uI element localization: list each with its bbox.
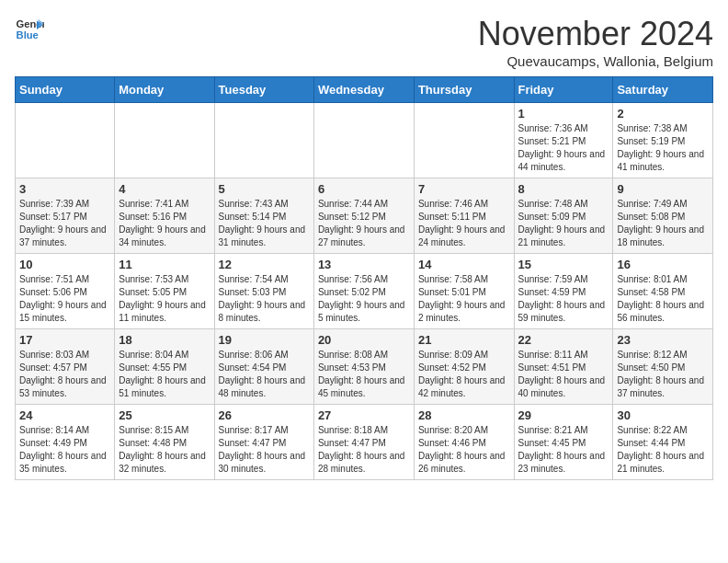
cell-week4-day1: 18Sunrise: 8:04 AM Sunset: 4:55 PM Dayli… (115, 329, 214, 405)
cell-week3-day6: 16Sunrise: 8:01 AM Sunset: 4:58 PM Dayli… (613, 254, 713, 329)
week-row-5: 24Sunrise: 8:14 AM Sunset: 4:49 PM Dayli… (16, 405, 713, 480)
cell-week3-day4: 14Sunrise: 7:58 AM Sunset: 5:01 PM Dayli… (414, 254, 514, 329)
day-info: Sunrise: 7:39 AM Sunset: 5:17 PM Dayligh… (19, 198, 110, 249)
week-row-2: 3Sunrise: 7:39 AM Sunset: 5:17 PM Daylig… (16, 178, 713, 254)
day-info: Sunrise: 8:17 AM Sunset: 4:47 PM Dayligh… (219, 424, 310, 476)
day-info: Sunrise: 8:22 AM Sunset: 4:44 PM Dayligh… (617, 424, 709, 476)
day-number: 11 (119, 258, 210, 271)
day-number: 15 (518, 258, 609, 271)
cell-week5-day2: 26Sunrise: 8:17 AM Sunset: 4:47 PM Dayli… (214, 405, 313, 480)
week-row-3: 10Sunrise: 7:51 AM Sunset: 5:06 PM Dayli… (16, 254, 713, 329)
cell-week2-day1: 4Sunrise: 7:41 AM Sunset: 5:16 PM Daylig… (115, 178, 214, 254)
subtitle: Quevaucamps, Wallonia, Belgium (478, 53, 713, 69)
day-number: 24 (19, 408, 110, 422)
cell-week1-day2 (214, 103, 313, 178)
day-number: 2 (617, 107, 709, 121)
day-info: Sunrise: 7:38 AM Sunset: 5:19 PM Dayligh… (617, 122, 709, 174)
day-number: 9 (617, 182, 709, 196)
logo-icon: General Blue (15, 15, 44, 44)
week-row-1: 1Sunrise: 7:36 AM Sunset: 5:21 PM Daylig… (16, 103, 713, 178)
cell-week2-day5: 8Sunrise: 7:48 AM Sunset: 5:09 PM Daylig… (514, 178, 613, 254)
cell-week2-day3: 6Sunrise: 7:44 AM Sunset: 5:12 PM Daylig… (313, 178, 414, 254)
cell-week4-day6: 23Sunrise: 8:12 AM Sunset: 4:50 PM Dayli… (613, 329, 713, 405)
cell-week1-day5: 1Sunrise: 7:36 AM Sunset: 5:21 PM Daylig… (514, 103, 613, 178)
cell-week2-day0: 3Sunrise: 7:39 AM Sunset: 5:17 PM Daylig… (16, 178, 115, 254)
day-number: 25 (119, 408, 210, 422)
day-info: Sunrise: 8:21 AM Sunset: 4:45 PM Dayligh… (518, 424, 609, 476)
day-info: Sunrise: 7:56 AM Sunset: 5:02 PM Dayligh… (318, 273, 410, 325)
day-number: 30 (617, 408, 709, 422)
day-info: Sunrise: 7:46 AM Sunset: 5:11 PM Dayligh… (418, 198, 510, 249)
header-thursday: Thursday (414, 77, 514, 103)
page-header: General Blue November 2024 Quevaucamps, … (15, 15, 713, 69)
cell-week1-day0 (16, 103, 115, 178)
week-row-4: 17Sunrise: 8:03 AM Sunset: 4:57 PM Dayli… (16, 329, 713, 405)
day-number: 8 (518, 182, 609, 196)
day-number: 26 (219, 408, 310, 422)
day-info: Sunrise: 8:06 AM Sunset: 4:54 PM Dayligh… (219, 349, 310, 400)
cell-week4-day0: 17Sunrise: 8:03 AM Sunset: 4:57 PM Dayli… (16, 329, 115, 405)
cell-week2-day4: 7Sunrise: 7:46 AM Sunset: 5:11 PM Daylig… (414, 178, 514, 254)
day-number: 28 (418, 408, 510, 422)
cell-week3-day1: 11Sunrise: 7:53 AM Sunset: 5:05 PM Dayli… (115, 254, 214, 329)
cell-week4-day3: 20Sunrise: 8:08 AM Sunset: 4:53 PM Dayli… (313, 329, 414, 405)
day-info: Sunrise: 8:09 AM Sunset: 4:52 PM Dayligh… (418, 349, 510, 400)
cell-week1-day3 (313, 103, 414, 178)
day-info: Sunrise: 7:48 AM Sunset: 5:09 PM Dayligh… (518, 198, 609, 249)
cell-week2-day2: 5Sunrise: 7:43 AM Sunset: 5:14 PM Daylig… (214, 178, 313, 254)
cell-week3-day3: 13Sunrise: 7:56 AM Sunset: 5:02 PM Dayli… (313, 254, 414, 329)
day-number: 20 (318, 333, 410, 347)
day-number: 27 (318, 408, 410, 422)
day-info: Sunrise: 7:44 AM Sunset: 5:12 PM Dayligh… (318, 198, 410, 249)
header-tuesday: Tuesday (214, 77, 313, 103)
day-info: Sunrise: 8:15 AM Sunset: 4:48 PM Dayligh… (119, 424, 210, 476)
day-info: Sunrise: 7:59 AM Sunset: 4:59 PM Dayligh… (518, 273, 609, 325)
header-sunday: Sunday (16, 77, 115, 103)
day-info: Sunrise: 8:04 AM Sunset: 4:55 PM Dayligh… (119, 349, 210, 400)
title-area: November 2024 Quevaucamps, Wallonia, Bel… (478, 15, 713, 69)
day-number: 29 (518, 408, 609, 422)
cell-week5-day3: 27Sunrise: 8:18 AM Sunset: 4:47 PM Dayli… (313, 405, 414, 480)
day-number: 16 (617, 258, 709, 271)
day-info: Sunrise: 8:01 AM Sunset: 4:58 PM Dayligh… (617, 273, 709, 325)
day-info: Sunrise: 7:43 AM Sunset: 5:14 PM Dayligh… (219, 198, 310, 249)
cell-week2-day6: 9Sunrise: 7:49 AM Sunset: 5:08 PM Daylig… (613, 178, 713, 254)
day-info: Sunrise: 7:53 AM Sunset: 5:05 PM Dayligh… (119, 273, 210, 325)
day-number: 14 (418, 258, 510, 271)
header-saturday: Saturday (613, 77, 713, 103)
cell-week5-day4: 28Sunrise: 8:20 AM Sunset: 4:46 PM Dayli… (414, 405, 514, 480)
day-number: 3 (19, 182, 110, 196)
cell-week1-day4 (414, 103, 514, 178)
day-info: Sunrise: 7:49 AM Sunset: 5:08 PM Dayligh… (617, 198, 709, 249)
cell-week1-day1 (115, 103, 214, 178)
day-number: 6 (318, 182, 410, 196)
day-info: Sunrise: 8:12 AM Sunset: 4:50 PM Dayligh… (617, 349, 709, 400)
day-number: 4 (119, 182, 210, 196)
day-info: Sunrise: 7:54 AM Sunset: 5:03 PM Dayligh… (219, 273, 310, 325)
day-number: 5 (219, 182, 310, 196)
day-number: 23 (617, 333, 709, 347)
cell-week3-day2: 12Sunrise: 7:54 AM Sunset: 5:03 PM Dayli… (214, 254, 313, 329)
day-number: 12 (219, 258, 310, 271)
day-info: Sunrise: 8:20 AM Sunset: 4:46 PM Dayligh… (418, 424, 510, 476)
cell-week4-day4: 21Sunrise: 8:09 AM Sunset: 4:52 PM Dayli… (414, 329, 514, 405)
day-number: 1 (518, 107, 609, 121)
day-info: Sunrise: 8:14 AM Sunset: 4:49 PM Dayligh… (19, 424, 110, 476)
day-number: 21 (418, 333, 510, 347)
day-info: Sunrise: 7:51 AM Sunset: 5:06 PM Dayligh… (19, 273, 110, 325)
header-wednesday: Wednesday (313, 77, 414, 103)
cell-week4-day2: 19Sunrise: 8:06 AM Sunset: 4:54 PM Dayli… (214, 329, 313, 405)
day-info: Sunrise: 7:41 AM Sunset: 5:16 PM Dayligh… (119, 198, 210, 249)
cell-week3-day5: 15Sunrise: 7:59 AM Sunset: 4:59 PM Dayli… (514, 254, 613, 329)
day-info: Sunrise: 8:11 AM Sunset: 4:51 PM Dayligh… (518, 349, 609, 400)
cell-week5-day5: 29Sunrise: 8:21 AM Sunset: 4:45 PM Dayli… (514, 405, 613, 480)
svg-text:Blue: Blue (17, 29, 39, 40)
day-number: 10 (19, 258, 110, 271)
cell-week5-day6: 30Sunrise: 8:22 AM Sunset: 4:44 PM Dayli… (613, 405, 713, 480)
header-monday: Monday (115, 77, 214, 103)
day-info: Sunrise: 8:08 AM Sunset: 4:53 PM Dayligh… (318, 349, 410, 400)
day-number: 17 (19, 333, 110, 347)
day-number: 13 (318, 258, 410, 271)
day-number: 18 (119, 333, 210, 347)
header-friday: Friday (514, 77, 613, 103)
